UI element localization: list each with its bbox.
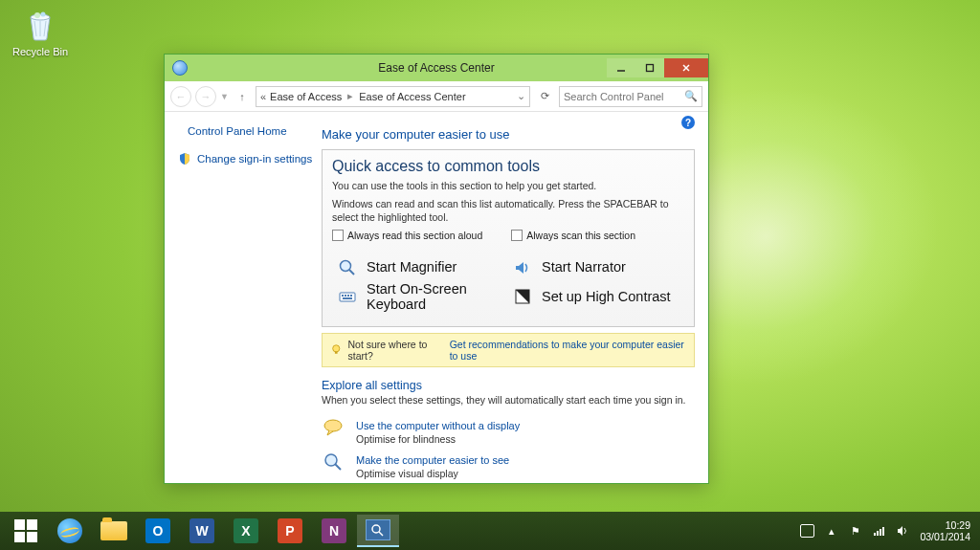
- chevron-right-icon: ▸: [347, 90, 353, 102]
- sidebar: Control Panel Home Change sign-in settin…: [165, 112, 322, 483]
- help-button[interactable]: ?: [681, 116, 695, 129]
- control-panel-home-link[interactable]: Control Panel Home: [172, 125, 314, 137]
- window-ease-of-access: Ease of Access Center ← → ▼ ↑ « Ease of …: [164, 54, 709, 484]
- svg-line-20: [335, 464, 341, 470]
- hint-bar: Not sure where to start? Get recommendat…: [322, 333, 695, 367]
- svg-rect-11: [345, 295, 346, 297]
- nav-toolbar: ← → ▼ ↑ « Ease of Access ▸ Ease of Acces…: [165, 81, 708, 112]
- volume-icon[interactable]: [896, 524, 910, 539]
- keyboard-icon: [338, 287, 357, 306]
- windows-logo-icon: [14, 519, 37, 542]
- taskbar-word[interactable]: W: [181, 515, 223, 547]
- sidebar-item-signin[interactable]: Change sign-in settings: [172, 150, 314, 167]
- taskbar-outlook[interactable]: O: [137, 515, 179, 547]
- titlebar[interactable]: Ease of Access Center: [165, 55, 708, 81]
- tool-label: Start Magnifier: [367, 259, 457, 275]
- svg-rect-9: [340, 293, 355, 301]
- checkbox-read-aloud[interactable]: Always read this section aloud: [332, 230, 482, 241]
- word-icon: W: [189, 518, 214, 543]
- taskbar: O W X P N ▴ ⚑ 10:29 03/01/2014: [0, 512, 980, 550]
- breadcrumb-eoa-center[interactable]: Ease of Access Center: [359, 91, 465, 102]
- setting-desc: Optimise for blindness: [356, 433, 520, 445]
- maximize-button[interactable]: [635, 58, 664, 77]
- taskbar-ease-of-access[interactable]: [357, 515, 399, 547]
- system-tray: ▴ ⚑ 10:29 03/01/2014: [800, 519, 976, 542]
- tool-label: Set up High Contrast: [542, 289, 671, 305]
- eoa-taskbar-icon: [366, 519, 390, 540]
- excel-icon: X: [234, 518, 258, 543]
- taskbar-explorer[interactable]: [93, 515, 135, 547]
- address-bar[interactable]: « Ease of Access ▸ Ease of Access Center…: [256, 86, 530, 107]
- tool-label: Start Narrator: [542, 259, 626, 275]
- svg-line-8: [349, 270, 354, 275]
- recycle-bin-icon: [21, 6, 59, 44]
- svg-rect-24: [874, 533, 876, 536]
- explore-heading: Explore all settings: [322, 379, 695, 392]
- outlook-icon: O: [145, 518, 170, 543]
- magnifier-icon: [338, 258, 357, 277]
- onscreen-keyboard-tray-icon[interactable]: [800, 524, 814, 539]
- svg-rect-17: [335, 351, 338, 353]
- setting-easier-to-see[interactable]: Make the computer easier to seeOptimise …: [322, 448, 695, 482]
- tray-overflow-icon[interactable]: ▴: [824, 524, 838, 539]
- quick-access-p2: Windows can read and scan this list auto…: [332, 197, 684, 224]
- svg-rect-14: [343, 297, 352, 299]
- taskbar-powerpoint[interactable]: P: [269, 515, 311, 547]
- setting-without-display[interactable]: Use the computer without a displayOptimi…: [322, 413, 695, 448]
- bulb-icon: [330, 343, 343, 357]
- hint-link[interactable]: Get recommendations to make your compute…: [450, 339, 686, 362]
- clock[interactable]: 10:29 03/01/2014: [920, 519, 970, 542]
- action-center-icon[interactable]: ⚑: [848, 524, 862, 539]
- explore-sub: When you select these settings, they wil…: [322, 394, 695, 406]
- time: 10:29: [920, 519, 970, 531]
- close-button[interactable]: [664, 58, 708, 77]
- tool-onscreen-keyboard[interactable]: Start On-Screen Keyboard: [338, 281, 503, 313]
- taskbar-excel[interactable]: X: [225, 515, 267, 547]
- taskbar-onenote[interactable]: N: [313, 515, 355, 547]
- page-heading: Make your computer easier to use: [322, 127, 695, 142]
- network-icon[interactable]: [872, 524, 886, 539]
- hint-text: Not sure where to start?: [348, 339, 444, 362]
- desktop: Recycle Bin Ease of Access Center ← → ▼ …: [0, 0, 980, 550]
- back-button[interactable]: ←: [170, 86, 191, 107]
- recycle-bin-label: Recycle Bin: [8, 46, 73, 57]
- start-button[interactable]: [5, 515, 47, 547]
- forward-button[interactable]: →: [195, 86, 216, 107]
- minimize-button[interactable]: [607, 58, 635, 77]
- svg-rect-10: [342, 295, 344, 297]
- svg-point-18: [324, 420, 342, 431]
- tool-start-magnifier[interactable]: Start Magnifier: [338, 258, 503, 277]
- recycle-bin[interactable]: Recycle Bin: [8, 6, 73, 57]
- tool-high-contrast[interactable]: Set up High Contrast: [513, 281, 679, 313]
- search-input[interactable]: [564, 91, 680, 102]
- narrator-icon: [513, 258, 532, 277]
- ie-icon: [57, 518, 82, 543]
- svg-rect-13: [350, 295, 352, 297]
- breadcrumb-ease-of-access[interactable]: Ease of Access: [270, 91, 342, 102]
- svg-line-23: [379, 532, 383, 536]
- quick-access-panel: Quick access to common tools You can use…: [322, 149, 695, 327]
- svg-point-1: [34, 12, 40, 18]
- speech-icon: [322, 416, 346, 437]
- quick-access-p1: You can use the tools in this section to…: [332, 179, 684, 192]
- tool-start-narrator[interactable]: Start Narrator: [513, 258, 679, 277]
- setting-link[interactable]: Make the computer easier to see: [356, 454, 509, 466]
- refresh-button[interactable]: ⟳: [534, 86, 555, 107]
- setting-desc: Optimise visual display: [356, 468, 509, 479]
- svg-rect-27: [882, 527, 884, 536]
- tool-label: Start On-Screen Keyboard: [367, 281, 503, 313]
- setting-without-mouse[interactable]: Use the computer without a mouse or keyb…: [322, 482, 695, 483]
- up-button[interactable]: ↑: [233, 87, 252, 106]
- checkbox-scan[interactable]: Always scan this section: [511, 230, 635, 241]
- date: 03/01/2014: [920, 531, 970, 542]
- search-box[interactable]: 🔍: [559, 86, 702, 107]
- app-icon: [172, 60, 188, 76]
- svg-point-16: [333, 345, 340, 352]
- address-dropdown[interactable]: ⌄: [517, 90, 525, 102]
- svg-rect-4: [647, 65, 654, 72]
- taskbar-ie[interactable]: [49, 515, 91, 547]
- svg-rect-26: [880, 529, 881, 536]
- svg-point-7: [341, 260, 351, 271]
- shield-icon: [178, 152, 191, 165]
- setting-link[interactable]: Use the computer without a display: [356, 420, 520, 431]
